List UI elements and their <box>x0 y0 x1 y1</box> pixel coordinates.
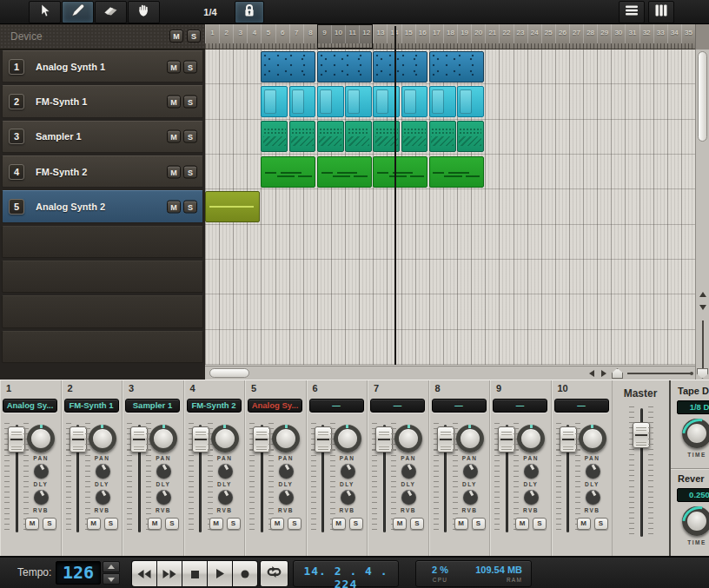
horizontal-scrollbar-thumb[interactable] <box>209 368 249 378</box>
channel-mute-button[interactable]: M <box>25 518 39 530</box>
pan-knob[interactable] <box>27 425 55 453</box>
channel-solo-button[interactable]: S <box>594 518 608 530</box>
channel-solo-button[interactable]: S <box>349 518 363 530</box>
empty-track-slot[interactable] <box>2 295 203 327</box>
ruler-bar-18[interactable]: 18 <box>443 24 457 43</box>
clip-track-2[interactable] <box>289 86 316 117</box>
pan-knob[interactable] <box>394 425 422 453</box>
track-mute-button[interactable]: M <box>167 165 181 178</box>
delay-send-knob[interactable] <box>34 464 49 479</box>
ruler-bar-8[interactable]: 8 <box>303 24 317 43</box>
clip-track-3[interactable] <box>261 121 288 152</box>
channel-name-display[interactable]: Sampler 1 <box>125 399 180 413</box>
clip-track-2[interactable] <box>261 86 288 117</box>
channel-mute-button[interactable]: M <box>270 518 284 530</box>
channel-name-display[interactable]: — <box>370 399 425 413</box>
clip-track-1[interactable] <box>317 51 372 83</box>
pan-knob[interactable] <box>211 425 239 453</box>
reverb-send-knob[interactable] <box>96 490 110 505</box>
clip-track-3[interactable] <box>289 121 316 152</box>
delay-send-knob[interactable] <box>401 464 416 479</box>
delay-send-knob[interactable] <box>156 464 171 479</box>
ruler-bar-3[interactable]: 3 <box>233 24 247 43</box>
master-track-solo-button[interactable]: S <box>187 30 201 43</box>
reverb-send-knob[interactable] <box>156 490 171 505</box>
delay-send-knob[interactable] <box>586 464 600 479</box>
song-position-display[interactable]: 14. 2 . 4 . 224 BARS BEATS 1/16 TICKS <box>293 560 399 587</box>
fader-handle[interactable] <box>375 426 393 453</box>
ruler-bar-35[interactable]: 35 <box>681 24 695 43</box>
pencil-tool-button[interactable] <box>62 1 94 23</box>
scroll-left-arrow-icon[interactable] <box>589 370 594 377</box>
fader-handle[interactable] <box>560 426 577 453</box>
fader-handle[interactable] <box>8 426 25 453</box>
ruler-bar-2[interactable]: 2 <box>219 24 233 43</box>
arrange-grid[interactable] <box>205 50 695 365</box>
ruler-bar-23[interactable]: 23 <box>514 24 527 43</box>
channel-mute-button[interactable]: M <box>577 518 591 530</box>
ruler-bar-29[interactable]: 29 <box>597 24 611 43</box>
clip-track-2[interactable] <box>317 86 344 117</box>
empty-track-slot[interactable] <box>2 261 203 293</box>
stop-button[interactable] <box>182 561 207 586</box>
clip-track-5[interactable] <box>205 191 260 222</box>
track-solo-button[interactable]: S <box>183 95 197 108</box>
channel-solo-button[interactable]: S <box>104 518 118 530</box>
channel-name-display[interactable]: FM-Synth 2 <box>187 399 242 413</box>
reverb-time-knob[interactable] <box>682 506 709 536</box>
track-mute-button[interactable]: M <box>167 95 181 108</box>
track-row-1[interactable]: 1Analog Synth 1MS <box>2 50 203 83</box>
tempo-display[interactable]: 126 <box>56 561 101 585</box>
timeline-ruler[interactable]: 1234567891011121314151617181920212223242… <box>205 24 695 50</box>
channel-name-display[interactable]: — <box>493 399 547 413</box>
channel-name-display[interactable]: Analog Sy... <box>248 399 302 413</box>
clip-track-3[interactable] <box>457 121 484 152</box>
ruler-bar-25[interactable]: 25 <box>541 24 555 43</box>
clip-track-4[interactable] <box>261 156 315 188</box>
fader-handle[interactable] <box>192 426 209 453</box>
delay-send-knob[interactable] <box>96 464 110 479</box>
tempo-decrease-button[interactable] <box>103 573 120 585</box>
ruler-bar-22[interactable]: 22 <box>499 24 513 43</box>
reverb-send-knob[interactable] <box>524 490 539 505</box>
clip-track-2[interactable] <box>429 86 456 117</box>
channel-name-display[interactable]: FM-Synth 1 <box>64 399 119 413</box>
vertical-scrollbar-thumb[interactable] <box>698 51 707 142</box>
ruler-bar-33[interactable]: 33 <box>653 24 667 43</box>
master-volume-fader[interactable] <box>629 406 653 538</box>
track-mute-button[interactable]: M <box>167 130 181 143</box>
clip-track-1[interactable] <box>429 51 484 83</box>
ruler-bar-6[interactable]: 6 <box>275 24 289 43</box>
ruler-bar-4[interactable]: 4 <box>247 24 261 43</box>
channel-solo-button[interactable]: S <box>165 518 179 530</box>
select-tool-button[interactable] <box>29 1 61 23</box>
ruler-bar-15[interactable]: 15 <box>401 24 415 43</box>
reverb-send-knob[interactable] <box>401 490 416 505</box>
channel-mute-button[interactable]: M <box>209 518 223 530</box>
track-row-4[interactable]: 4FM-Synth 2MS <box>2 155 203 188</box>
fast-forward-button[interactable] <box>157 561 182 586</box>
rewind-button[interactable] <box>132 561 156 586</box>
ruler-bar-19[interactable]: 19 <box>457 24 471 43</box>
channel-mute-button[interactable]: M <box>393 518 407 530</box>
clip-track-1[interactable] <box>261 51 315 83</box>
channel-mute-button[interactable]: M <box>515 518 529 530</box>
track-solo-button[interactable]: S <box>183 200 197 213</box>
clip-track-2[interactable] <box>401 86 428 117</box>
fader-handle[interactable] <box>498 426 515 453</box>
loop-toggle-button[interactable] <box>260 560 288 587</box>
pan-knob[interactable] <box>334 425 361 453</box>
ruler-bar-26[interactable]: 26 <box>555 24 569 43</box>
fader-handle[interactable] <box>130 426 148 453</box>
clip-track-1[interactable] <box>373 51 427 83</box>
clip-track-3[interactable] <box>401 121 428 152</box>
channel-mute-button[interactable]: M <box>454 518 468 530</box>
eraser-tool-button[interactable] <box>95 1 127 23</box>
clip-track-2[interactable] <box>345 86 372 117</box>
ruler-bar-20[interactable]: 20 <box>471 24 485 43</box>
ruler-bar-13[interactable]: 13 <box>373 24 387 43</box>
clip-track-3[interactable] <box>317 121 344 152</box>
ruler-bar-28[interactable]: 28 <box>583 24 597 43</box>
delay-send-knob[interactable] <box>524 464 539 479</box>
pan-knob[interactable] <box>149 425 177 453</box>
